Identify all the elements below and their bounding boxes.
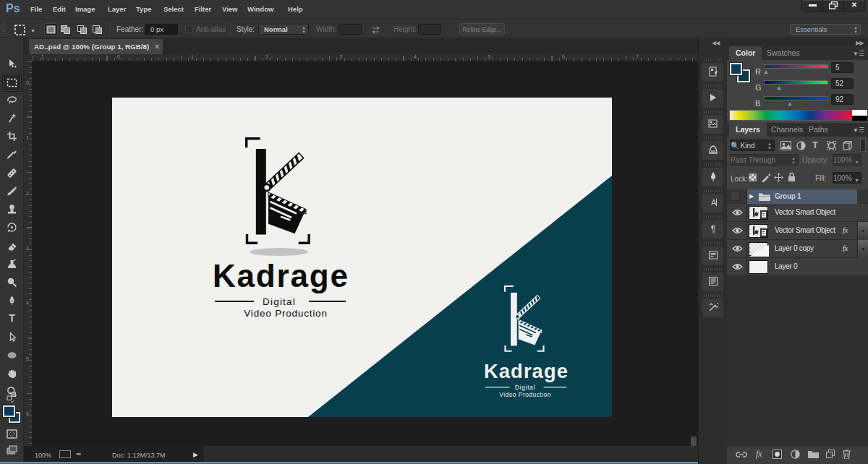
svg-text:A: A: [711, 198, 717, 207]
svg-text:¶: ¶: [710, 224, 715, 234]
svg-text:T: T: [9, 313, 15, 324]
